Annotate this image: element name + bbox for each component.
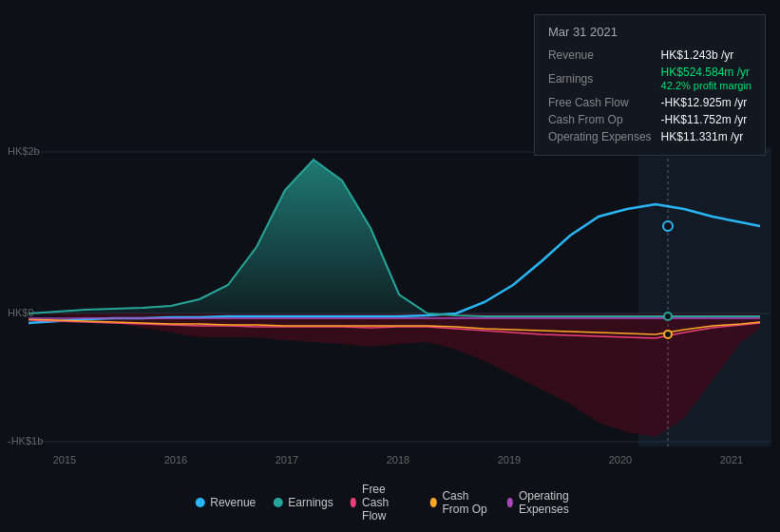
svg-point-8 — [664, 313, 672, 320]
tooltip-row-cashop: Cash From Op -HK$11.752m /yr — [548, 111, 751, 128]
chart-container: Mar 31 2021 Revenue HK$1.243b /yr Earnin… — [0, 0, 780, 532]
legend-label-earnings: Earnings — [288, 496, 333, 509]
svg-text:2020: 2020 — [609, 454, 632, 466]
tooltip-value-revenue: HK$1.243b /yr — [661, 47, 751, 64]
tooltip-row-earnings: Earnings HK$524.584m /yr 42.2% profit ma… — [548, 64, 751, 94]
tooltip-label-opex: Operating Expenses — [548, 128, 661, 145]
svg-point-9 — [664, 331, 672, 338]
legend-dot-fcf — [351, 498, 356, 507]
tooltip-value-earnings: HK$524.584m /yr 42.2% profit margin — [661, 64, 751, 94]
legend-dot-revenue — [195, 498, 204, 507]
tooltip-panel: Mar 31 2021 Revenue HK$1.243b /yr Earnin… — [534, 14, 766, 156]
tooltip-value-fcf: -HK$12.925m /yr — [661, 94, 751, 111]
svg-text:2017: 2017 — [276, 454, 298, 466]
legend-label-cashop: Cash From Op — [442, 489, 489, 516]
svg-text:HK$2b: HK$2b — [8, 145, 40, 157]
tooltip-table: Revenue HK$1.243b /yr Earnings HK$524.58… — [548, 47, 751, 145]
tooltip-row-fcf: Free Cash Flow -HK$12.925m /yr — [548, 94, 751, 111]
svg-text:HK$0: HK$0 — [8, 307, 34, 318]
svg-text:2016: 2016 — [164, 454, 187, 466]
legend-dot-earnings — [273, 498, 282, 507]
chart-legend: Revenue Earnings Free Cash Flow Cash Fro… — [195, 483, 585, 522]
tooltip-label-earnings: Earnings — [548, 64, 661, 94]
tooltip-label-cashop: Cash From Op — [548, 111, 661, 128]
tooltip-row-opex: Operating Expenses HK$11.331m /yr — [548, 128, 751, 145]
tooltip-title: Mar 31 2021 — [548, 25, 751, 39]
tooltip-row-revenue: Revenue HK$1.243b /yr — [548, 47, 751, 64]
legend-label-fcf: Free Cash Flow — [362, 483, 413, 522]
svg-text:2019: 2019 — [498, 454, 521, 466]
legend-item-cashop[interactable]: Cash From Op — [430, 489, 489, 516]
tooltip-label-fcf: Free Cash Flow — [548, 94, 661, 111]
tooltip-value-opex: HK$11.331m /yr — [661, 128, 751, 145]
legend-item-opex[interactable]: Operating Expenses — [507, 489, 585, 516]
tooltip-value-cashop: -HK$11.752m /yr — [661, 111, 751, 128]
legend-dot-cashop — [430, 498, 436, 507]
svg-text:2021: 2021 — [720, 454, 743, 466]
svg-text:-HK$1b: -HK$1b — [8, 435, 43, 446]
legend-label-opex: Operating Expenses — [519, 489, 585, 516]
legend-item-earnings[interactable]: Earnings — [273, 496, 333, 509]
legend-label-revenue: Revenue — [210, 496, 256, 509]
legend-item-fcf[interactable]: Free Cash Flow — [351, 483, 413, 522]
svg-text:2018: 2018 — [387, 454, 409, 466]
svg-text:2015: 2015 — [53, 454, 76, 466]
svg-point-7 — [663, 221, 673, 231]
tooltip-label-revenue: Revenue — [548, 47, 661, 64]
legend-dot-opex — [507, 498, 513, 507]
legend-item-revenue[interactable]: Revenue — [195, 496, 256, 509]
